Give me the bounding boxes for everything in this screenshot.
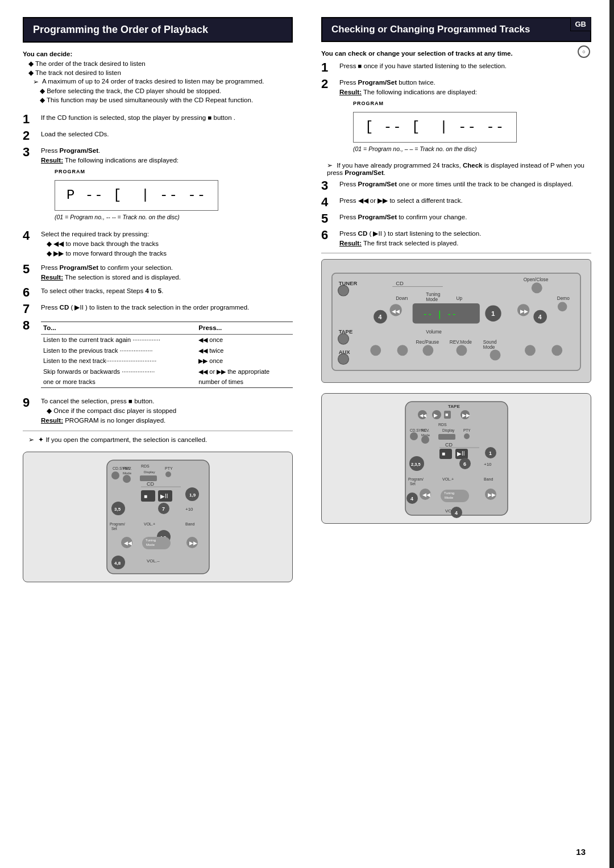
display-caption-1: (01 = Program no., -- -- = Track no. on … (55, 213, 293, 222)
bottom-left-remote: CD.SYNC REV. Mode RDS Display PTY CD (23, 452, 293, 582)
svg-text:6: 6 (463, 461, 466, 467)
you-can-decide-label: You can decide: (23, 51, 293, 57)
svg-text:4,8: 4,8 (114, 561, 121, 566)
svg-text:Up: Up (457, 296, 463, 301)
table-row: Listen to the current track again ······… (41, 335, 293, 345)
svg-text:Mode: Mode (445, 496, 454, 499)
svg-text:■: ■ (445, 412, 448, 418)
divider-right (321, 253, 591, 253)
right-section-title: Checking or Changing Programmed Tracks (321, 17, 591, 42)
program-display-1: P -- [ | -- -- (55, 180, 218, 211)
svg-text:■: ■ (442, 450, 445, 457)
table-row: Skip forwards or backwards ·············… (41, 366, 293, 377)
svg-text:REV.: REV. (123, 466, 132, 470)
svg-text:Display: Display (144, 470, 155, 474)
arrow-icon: ➢ (33, 78, 39, 86)
svg-point-2 (111, 471, 119, 479)
col-press: Press... (196, 322, 293, 335)
svg-text:▶▶: ▶▶ (189, 540, 197, 546)
right-step-5: 5 Press Program/Set to confirm your chan… (321, 212, 591, 225)
right-step-4: 4 Press ◀◀ or ▶▶ to select a different t… (321, 196, 591, 208)
svg-text:▶▶: ▶▶ (462, 412, 470, 418)
svg-text:Set: Set (410, 482, 416, 486)
svg-text:TAPE: TAPE (448, 404, 460, 409)
svg-text:Volume: Volume (426, 329, 442, 335)
svg-text:REV.Mode: REV.Mode (450, 340, 472, 345)
svg-point-52 (558, 302, 567, 312)
arrow-icon-2: ➢ (28, 436, 34, 443)
step-7: 7 Press CD ( ▶II ) to listen to the trac… (23, 303, 293, 315)
svg-point-80 (551, 345, 562, 356)
svg-text:◀◀: ◀◀ (420, 413, 427, 418)
step-5: 5 Press Program/Set to confirm your sele… (23, 263, 293, 283)
display-caption-r2: (01 = Program no., – – = Track no. on th… (353, 145, 591, 154)
bottom-note: ➢ ✦ If you open the compartment, the sel… (23, 436, 293, 444)
right-arrow-note: ➢ If you have already programmed 24 trac… (321, 161, 591, 176)
svg-text:Demo: Demo (557, 296, 570, 301)
svg-point-71 (422, 345, 433, 356)
svg-text:1: 1 (491, 310, 495, 318)
col-to: To... (41, 322, 196, 335)
step-8: 8 To... Press... Listen to the current t… (23, 319, 293, 393)
svg-text:◀◀: ◀◀ (422, 492, 430, 498)
svg-text:PTY: PTY (463, 428, 471, 432)
stereo-unit-svg: TUNER CD Open/Close Down Tuning Mode Up … (329, 266, 584, 374)
svg-text:VOL.+: VOL.+ (144, 522, 155, 526)
svg-point-42 (338, 285, 349, 296)
checking-note: You can check or change your selection o… (321, 50, 591, 57)
svg-point-77 (370, 345, 381, 356)
svg-text:4: 4 (410, 496, 413, 502)
svg-text:Program/: Program/ (110, 522, 125, 527)
table-row: Listen to the previous track ···········… (41, 345, 293, 356)
svg-text:1: 1 (489, 450, 492, 456)
bullet-track-order: The order of the track desired to listen (23, 60, 293, 68)
svg-text:▶: ▶ (434, 412, 438, 418)
svg-text:Set: Set (111, 527, 117, 531)
svg-text:VOL.–: VOL.– (147, 558, 160, 564)
step-3: 3 Press Program/Set. Result: The followi… (23, 146, 293, 226)
svg-point-73 (457, 345, 467, 356)
svg-text:4: 4 (455, 510, 458, 516)
svg-text:Sound: Sound (483, 340, 497, 345)
svg-text:1,9: 1,9 (189, 493, 196, 498)
display-label-1: PROGRAM (55, 168, 293, 176)
svg-text:Tuning: Tuning (426, 292, 440, 297)
right-step-3: 3 Press Program/Set one or more times un… (321, 180, 591, 192)
svg-text:7: 7 (162, 506, 165, 512)
svg-text:REV.: REV. (421, 428, 430, 432)
program-display-r2: [ -- [ | -- -- (353, 112, 517, 143)
svg-point-10 (165, 471, 171, 477)
step-4: 4 Select the required track by pressing:… (23, 229, 293, 259)
svg-text:CD: CD (147, 481, 154, 487)
right-step-6: 6 Press CD ( ▶II ) to start listening to… (321, 229, 591, 249)
right-step-1: 1 Press ■ once if you have started liste… (321, 61, 591, 74)
svg-text:4: 4 (378, 314, 381, 321)
svg-text:3,5: 3,5 (114, 507, 121, 512)
svg-text:Band: Band (185, 522, 194, 526)
divider-1 (23, 431, 293, 431)
table-row: one or more tracks number of times (41, 377, 293, 387)
step-1: 1 If the CD function is selected, stop t… (23, 113, 293, 126)
gb-badge: GB (570, 17, 592, 31)
remote-left-diagram: CD.SYNC REV. Mode RDS Display PTY CD (101, 457, 215, 577)
svg-text:Rec/Pause: Rec/Pause (416, 340, 439, 345)
page-number: 13 (576, 847, 586, 857)
svg-text:▶▶: ▶▶ (520, 308, 528, 314)
svg-text:CD: CD (445, 442, 453, 448)
display-label-r2: PROGRAM (353, 100, 591, 108)
svg-text:Mode: Mode (146, 543, 155, 546)
right-section: Checking or Changing Programmed Tracks Y… (316, 17, 591, 582)
svg-text:RDS: RDS (438, 423, 447, 427)
svg-text:PTY: PTY (165, 466, 173, 470)
svg-point-96 (421, 436, 429, 444)
svg-point-76 (490, 350, 501, 361)
bottom-right-remote: TAPE ◀◀ ▶ ■ ▶▶ RDS CD.SYNC (321, 393, 591, 524)
circle-icon: ○ (578, 45, 590, 58)
step-6: 6 To select other tracks, repeat Steps 4… (23, 286, 293, 299)
svg-point-46 (532, 283, 542, 294)
bullet-track-not: The track not desired to listen (23, 69, 293, 77)
svg-text:Mode: Mode (123, 471, 132, 475)
left-section: Programming the Order of Playback You ca… (23, 17, 298, 582)
svg-text:Mode: Mode (483, 345, 495, 350)
svg-text:Band: Band (484, 477, 493, 481)
